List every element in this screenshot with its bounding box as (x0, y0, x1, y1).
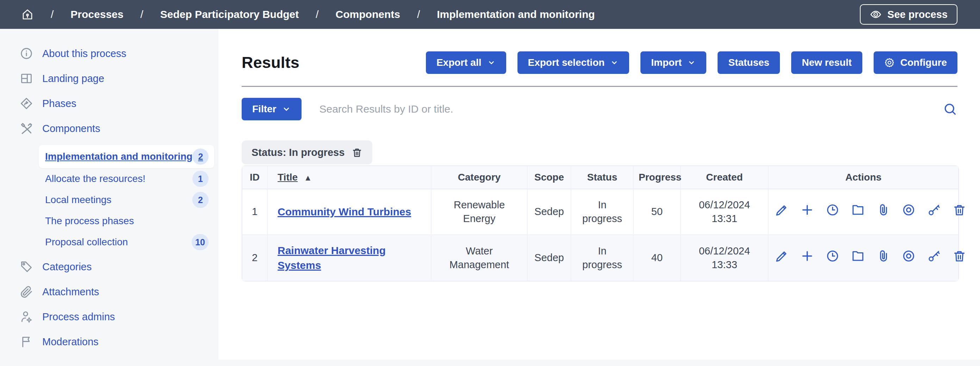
sidebar-subitem-implementation-and-monitoring[interactable]: Implementation and monitoring 2 (39, 145, 214, 168)
permissions-key-icon (927, 203, 941, 217)
sidebar-item-label: About this process (42, 48, 126, 59)
column-header-progress[interactable]: Progress (634, 166, 681, 189)
see-process-label: See process (887, 9, 948, 21)
filter-label: Filter (252, 103, 276, 115)
edit-action-button[interactable] (775, 203, 789, 217)
breadcrumb-item-current: Implementation and monitoring (437, 8, 595, 21)
count-badge: 10 (192, 234, 208, 250)
cell-scope: Sedep (528, 235, 571, 281)
sidebar-item-categories[interactable]: Categories (0, 258, 218, 275)
edit-action-button[interactable] (775, 249, 789, 263)
trash-icon (352, 147, 363, 158)
breadcrumb-item-process-name[interactable]: Sedep Participatory Budget (160, 8, 299, 21)
attachment-action-button[interactable] (877, 203, 890, 217)
sidebar-item-label: Attachments (42, 286, 99, 298)
export-all-label: Export all (436, 57, 482, 68)
paperclip-icon (20, 285, 33, 298)
history-action-button[interactable] (826, 203, 840, 217)
export-all-button[interactable]: Export all (426, 51, 506, 74)
permissions-action-button[interactable] (927, 249, 941, 263)
flag-icon (20, 335, 33, 349)
count-badge: 1 (192, 171, 208, 187)
result-title-link[interactable]: Rainwater Harvesting Systems (278, 245, 386, 271)
chevron-down-icon (487, 59, 496, 67)
cell-id: 2 (242, 235, 268, 281)
breadcrumb-separator: / (417, 8, 420, 21)
toolbar: Export all Export selection Import (426, 51, 958, 74)
sidebar-item-phases[interactable]: Phases (0, 95, 218, 112)
breadcrumb-separator: / (51, 8, 54, 21)
phases-diamond-icon (20, 97, 33, 110)
delete-action-button[interactable] (953, 203, 966, 217)
breadcrumb-item-components[interactable]: Components (336, 8, 400, 21)
cell-status: In progress (571, 189, 634, 235)
row-actions (775, 249, 966, 263)
add-action-button[interactable] (800, 203, 814, 217)
folder-action-button[interactable] (851, 203, 865, 217)
sidebar-subitem-label: Implementation and monitoring (45, 151, 192, 162)
preview-action-button[interactable] (902, 249, 916, 263)
column-header-created[interactable]: Created (681, 166, 768, 189)
add-icon (800, 203, 814, 217)
folder-icon (851, 203, 865, 217)
export-selection-button[interactable]: Export selection (517, 51, 630, 74)
chevron-down-icon (610, 59, 619, 67)
delete-icon (953, 249, 966, 263)
folder-action-button[interactable] (851, 249, 865, 263)
configure-button[interactable]: Configure (873, 51, 958, 74)
column-header-status[interactable]: Status (571, 166, 634, 189)
add-action-button[interactable] (800, 249, 814, 263)
remove-filter-button[interactable] (352, 147, 363, 158)
page-title: Results (242, 54, 299, 72)
attachment-action-button[interactable] (877, 249, 890, 263)
see-process-button[interactable]: See process (860, 4, 958, 25)
cell-progress: 50 (634, 189, 681, 235)
column-header-id[interactable]: ID (242, 166, 268, 189)
applied-filters: Status: In progress (242, 140, 958, 164)
eye-icon (870, 8, 882, 21)
cell-created: 06/12/2024 13:31 (681, 189, 768, 235)
column-header-category[interactable]: Category (431, 166, 528, 189)
attachment-icon (877, 249, 890, 263)
column-header-scope[interactable]: Scope (528, 166, 571, 189)
sidebar-subitem-label: Proposal collection (45, 236, 128, 248)
new-result-button[interactable]: New result (791, 51, 862, 74)
permissions-action-button[interactable] (927, 203, 941, 217)
sidebar-item-landing-page[interactable]: Landing page (0, 70, 218, 87)
sidebar-subitem-local-meetings[interactable]: Local meetings 2 (39, 189, 214, 211)
history-icon (826, 203, 840, 217)
components-sub-list: Implementation and monitoring 2 Allocate… (39, 145, 214, 253)
cell-id: 1 (242, 189, 268, 235)
cell-category: Water Management (431, 235, 528, 281)
sidebar-item-process-admins[interactable]: Process admins (0, 308, 218, 325)
sidebar-item-attachments[interactable]: Attachments (0, 283, 218, 300)
import-button[interactable]: Import (640, 51, 706, 74)
sidebar-subitem-allocate-the-resources[interactable]: Allocate the resources! 1 (39, 168, 214, 189)
cell-progress: 40 (634, 235, 681, 281)
preview-action-button[interactable] (902, 203, 916, 217)
search-input[interactable] (318, 103, 935, 116)
sidebar-subitem-proposal-collection[interactable]: Proposal collection 10 (39, 231, 214, 253)
home-button[interactable] (21, 8, 34, 21)
main-panel: Results Export all Export selection (218, 29, 980, 360)
column-header-title[interactable]: Title (268, 166, 431, 189)
breadcrumb-item-processes[interactable]: Processes (70, 8, 123, 21)
delete-action-button[interactable] (953, 249, 966, 263)
history-action-button[interactable] (826, 249, 840, 263)
search-button[interactable] (943, 102, 958, 116)
sidebar-item-about[interactable]: About this process (0, 45, 218, 62)
sidebar-subitem-label: Allocate the resources! (45, 173, 145, 184)
sidebar-subitem-label: The process phases (45, 215, 134, 227)
statuses-button[interactable]: Statuses (718, 51, 780, 74)
sidebar-item-components[interactable]: Components (0, 120, 218, 137)
tools-icon (20, 122, 33, 135)
attachment-icon (877, 203, 890, 217)
edit-icon (775, 203, 789, 217)
result-title-link[interactable]: Community Wind Turbines (278, 206, 411, 217)
filter-button[interactable]: Filter (242, 98, 302, 120)
sidebar-subitem-the-process-phases[interactable]: The process phases (39, 211, 214, 231)
add-icon (800, 249, 814, 263)
status-filter-label: Status: In progress (251, 147, 345, 158)
sidebar-item-moderations[interactable]: Moderations (0, 333, 218, 350)
cell-created: 06/12/2024 13:33 (681, 235, 768, 281)
